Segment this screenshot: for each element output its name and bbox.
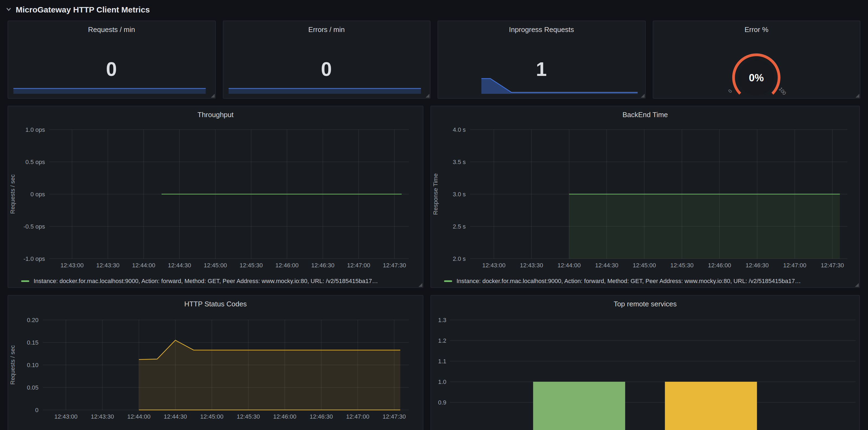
chevron-down-icon[interactable]: [5, 6, 12, 12]
svg-text:1.0 ops: 1.0 ops: [26, 126, 45, 133]
panel-resize-handle[interactable]: [211, 94, 214, 98]
svg-text:0: 0: [35, 407, 38, 413]
svg-text:0.05: 0.05: [27, 384, 38, 391]
panel-resize-handle[interactable]: [856, 94, 859, 98]
http-status-codes-chart[interactable]: 0.200.150.100.05012:43:0012:43:3012:44:0…: [8, 312, 423, 430]
svg-text:0: 0: [727, 88, 733, 94]
svg-text:2.0 s: 2.0 s: [453, 255, 466, 262]
svg-text:12:43:30: 12:43:30: [96, 262, 120, 269]
throughput-chart[interactable]: 1.0 ops0.5 ops0 ops-0.5 ops-1.0 ops12:43…: [8, 123, 423, 273]
panel-top-remote-services: Top remote services 1.31.21.11.00.9: [431, 295, 860, 430]
panel-resize-handle[interactable]: [855, 283, 859, 287]
svg-text:-1.0 ops: -1.0 ops: [24, 255, 45, 262]
panel-title[interactable]: Error %: [653, 21, 860, 37]
panel-title[interactable]: BackEnd Time: [431, 106, 859, 123]
svg-text:12:45:30: 12:45:30: [237, 413, 260, 420]
svg-text:12:47:00: 12:47:00: [783, 262, 806, 269]
svg-text:12:45:30: 12:45:30: [240, 262, 263, 269]
panel-title[interactable]: Inprogress Requests: [438, 21, 645, 37]
panel-throughput: Throughput 1.0 ops0.5 ops0 ops-0.5 ops-1…: [8, 106, 424, 288]
panel-backend-time: BackEnd Time 4.0 s3.5 s3.0 s2.5 s2.0 s12…: [431, 106, 860, 288]
svg-text:0.20: 0.20: [27, 317, 38, 324]
svg-text:12:43:30: 12:43:30: [520, 262, 543, 269]
svg-text:12:45:00: 12:45:00: [204, 262, 227, 269]
svg-text:12:47:30: 12:47:30: [382, 413, 406, 420]
panel-title[interactable]: Top remote services: [431, 296, 859, 312]
sparkline: [226, 73, 427, 94]
svg-text:12:43:00: 12:43:00: [482, 262, 505, 269]
svg-text:3.5 s: 3.5 s: [453, 159, 466, 165]
dashboard-row-header: MicroGateway HTTP Client Metrics: [0, 0, 868, 21]
svg-text:0.15: 0.15: [27, 339, 38, 346]
panel-title[interactable]: Requests / min: [8, 21, 215, 37]
panel-title[interactable]: Throughput: [8, 106, 423, 123]
svg-text:12:44:00: 12:44:00: [127, 413, 150, 420]
svg-text:12:43:30: 12:43:30: [91, 413, 114, 420]
timeseries-row: Throughput 1.0 ops0.5 ops0 ops-0.5 ops-1…: [8, 106, 860, 288]
svg-text:12:47:00: 12:47:00: [346, 413, 370, 420]
panel-resize-handle[interactable]: [418, 283, 422, 287]
svg-text:12:45:30: 12:45:30: [671, 262, 694, 269]
svg-text:12:44:00: 12:44:00: [558, 262, 581, 269]
svg-text:0.5 ops: 0.5 ops: [26, 159, 45, 165]
panel-title[interactable]: Errors / min: [223, 21, 430, 37]
row-title[interactable]: MicroGateway HTTP Client Metrics: [16, 5, 150, 14]
svg-text:12:46:30: 12:46:30: [745, 262, 769, 269]
svg-text:12:47:30: 12:47:30: [383, 262, 406, 269]
legend-series-swatch[interactable]: [21, 280, 29, 282]
svg-text:0.10: 0.10: [27, 362, 38, 368]
svg-text:12:46:00: 12:46:00: [273, 413, 297, 420]
sparkline: [11, 73, 212, 94]
panel-error-percent: Error % 0%0100: [652, 21, 860, 99]
svg-text:1.0: 1.0: [438, 378, 446, 385]
svg-text:12:45:00: 12:45:00: [633, 262, 656, 269]
svg-text:12:46:00: 12:46:00: [275, 262, 299, 269]
panel-inprogress-requests: Inprogress Requests 1: [437, 21, 646, 99]
svg-text:100: 100: [778, 86, 787, 96]
svg-text:2.5 s: 2.5 s: [453, 223, 466, 230]
svg-text:Response Time: Response Time: [432, 174, 439, 215]
backend-time-chart[interactable]: 4.0 s3.5 s3.0 s2.5 s2.0 s12:43:0012:43:3…: [431, 123, 859, 273]
bottom-row: HTTP Status Codes 0.200.150.100.05012:43…: [8, 295, 860, 430]
svg-text:12:47:00: 12:47:00: [347, 262, 370, 269]
svg-text:0 ops: 0 ops: [30, 191, 45, 198]
panel-requests-per-min: Requests / min 0: [8, 21, 216, 99]
svg-text:4.0 s: 4.0 s: [453, 126, 466, 133]
panel-resize-handle[interactable]: [426, 94, 429, 98]
svg-text:12:44:30: 12:44:30: [168, 262, 191, 269]
top-remote-services-chart[interactable]: 1.31.21.11.00.9: [431, 312, 859, 430]
dashboard-grid: Requests / min 0 Errors / min 0 Inprogre…: [0, 21, 868, 430]
panel-errors-per-min: Errors / min 0: [222, 21, 431, 99]
panel-http-status-codes: HTTP Status Codes 0.200.150.100.05012:43…: [8, 295, 424, 430]
chart-legend: Instance: docker.for.mac.localhost:9000,…: [8, 273, 423, 288]
svg-text:12:45:00: 12:45:00: [200, 413, 224, 420]
panel-title[interactable]: HTTP Status Codes: [8, 296, 423, 312]
grafana-dashboard: MicroGateway HTTP Client Metrics Request…: [0, 0, 868, 430]
svg-text:-0.5 ops: -0.5 ops: [24, 223, 45, 230]
panel-resize-handle[interactable]: [641, 94, 644, 98]
svg-text:12:46:00: 12:46:00: [708, 262, 731, 269]
svg-text:12:46:30: 12:46:30: [310, 413, 333, 420]
legend-series-label[interactable]: Instance: docker.for.mac.localhost:9000,…: [34, 278, 378, 284]
legend-series-label[interactable]: Instance: docker.for.mac.localhost:9000,…: [457, 278, 801, 284]
svg-text:12:46:30: 12:46:30: [311, 262, 335, 269]
svg-text:Requests / sec: Requests / sec: [9, 174, 16, 214]
stat-row: Requests / min 0 Errors / min 0 Inprogre…: [8, 21, 860, 99]
svg-text:Requests / sec: Requests / sec: [9, 345, 16, 385]
svg-text:12:44:00: 12:44:00: [132, 262, 155, 269]
legend-series-swatch[interactable]: [444, 280, 452, 282]
chart-legend: Instance: docker.for.mac.localhost:9000,…: [431, 273, 859, 288]
svg-text:1.2: 1.2: [438, 337, 446, 344]
svg-text:12:44:30: 12:44:30: [164, 413, 187, 420]
sparkline: [441, 73, 642, 94]
svg-text:1.1: 1.1: [438, 358, 446, 365]
error-gauge: 0%0100: [653, 39, 860, 99]
svg-text:0%: 0%: [749, 72, 764, 84]
svg-text:12:43:00: 12:43:00: [54, 413, 78, 420]
svg-text:1.3: 1.3: [438, 317, 446, 324]
svg-text:12:47:30: 12:47:30: [821, 262, 844, 269]
svg-text:12:43:00: 12:43:00: [60, 262, 84, 269]
svg-text:3.0 s: 3.0 s: [453, 191, 466, 198]
svg-text:12:44:30: 12:44:30: [595, 262, 618, 269]
svg-text:0.9: 0.9: [438, 399, 446, 406]
